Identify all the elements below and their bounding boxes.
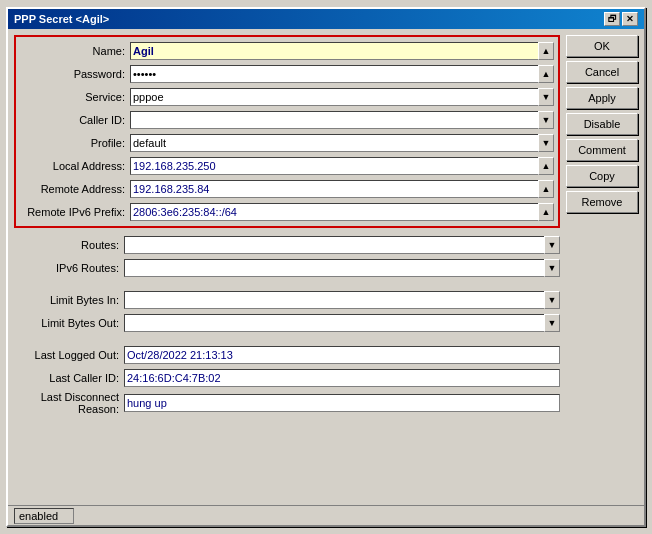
remote-address-input[interactable] [130, 180, 538, 198]
buttons-panel: OK Cancel Apply Disable Comment Copy Rem… [566, 35, 638, 499]
last-caller-id-input [124, 369, 560, 387]
caller-id-row: Caller ID: ▼ [20, 110, 554, 130]
last-logged-out-label: Last Logged Out: [14, 349, 124, 361]
status-label: enabled [19, 510, 58, 522]
profile-input-wrap: ▼ [130, 134, 554, 152]
profile-label: Profile: [20, 137, 130, 149]
status-text: enabled [14, 508, 74, 524]
red-box-section: Name: ▲ Password: ▲ Service: [14, 35, 560, 228]
cancel-button[interactable]: Cancel [566, 61, 638, 83]
name-label: Name: [20, 45, 130, 57]
password-label: Password: [20, 68, 130, 80]
profile-row: Profile: ▼ [20, 133, 554, 153]
last-caller-id-row: Last Caller ID: [14, 368, 560, 388]
profile-dropdown-btn[interactable]: ▼ [538, 134, 554, 152]
name-row: Name: ▲ [20, 41, 554, 61]
limit-bytes-out-input-wrap: ▼ [124, 314, 560, 332]
limit-bytes-in-input-wrap: ▼ [124, 291, 560, 309]
name-input-wrap: ▲ [130, 42, 554, 60]
name-input[interactable] [130, 42, 538, 60]
ipv6-routes-row: IPv6 Routes: ▼ [14, 258, 560, 278]
password-input[interactable] [130, 65, 538, 83]
local-address-label: Local Address: [20, 160, 130, 172]
disable-button[interactable]: Disable [566, 113, 638, 135]
local-address-row: Local Address: ▲ [20, 156, 554, 176]
restore-button[interactable]: 🗗 [604, 12, 620, 26]
remote-address-label: Remote Address: [20, 183, 130, 195]
caller-id-label: Caller ID: [20, 114, 130, 126]
remove-button[interactable]: Remove [566, 191, 638, 213]
remote-ipv6-prefix-scroll-btn[interactable]: ▲ [538, 203, 554, 221]
limit-bytes-out-dropdown-btn[interactable]: ▼ [544, 314, 560, 332]
status-bar: enabled [8, 505, 644, 525]
service-label: Service: [20, 91, 130, 103]
title-bar: PPP Secret <Agil> 🗗 ✕ [8, 9, 644, 29]
last-disconnect-reason-label: Last Disconnect Reason: [14, 391, 124, 415]
limit-bytes-in-row: Limit Bytes In: ▼ [14, 290, 560, 310]
password-scroll-btn[interactable]: ▲ [538, 65, 554, 83]
remote-address-scroll-btn[interactable]: ▲ [538, 180, 554, 198]
close-button[interactable]: ✕ [622, 12, 638, 26]
main-window: PPP Secret <Agil> 🗗 ✕ Name: ▲ P [6, 7, 646, 527]
ok-button[interactable]: OK [566, 35, 638, 57]
caller-id-input-wrap: ▼ [130, 111, 554, 129]
ipv6-routes-dropdown-btn[interactable]: ▼ [544, 259, 560, 277]
limit-bytes-in-dropdown-btn[interactable]: ▼ [544, 291, 560, 309]
profile-input[interactable] [130, 134, 538, 152]
service-input[interactable] [130, 88, 538, 106]
limit-bytes-out-input[interactable] [124, 314, 544, 332]
password-input-wrap: ▲ [130, 65, 554, 83]
caller-id-input[interactable] [130, 111, 538, 129]
comment-button[interactable]: Comment [566, 139, 638, 161]
ipv6-routes-label: IPv6 Routes: [14, 262, 124, 274]
content-area: Name: ▲ Password: ▲ Service: [8, 29, 644, 505]
last-disconnect-reason-row: Last Disconnect Reason: [14, 391, 560, 415]
password-row: Password: ▲ [20, 64, 554, 84]
name-scroll-btn[interactable]: ▲ [538, 42, 554, 60]
remote-ipv6-prefix-row: Remote IPv6 Prefix: ▲ [20, 202, 554, 222]
remote-address-row: Remote Address: ▲ [20, 179, 554, 199]
routes-row: Routes: ▼ [14, 235, 560, 255]
service-input-wrap: ▼ [130, 88, 554, 106]
caller-id-dropdown-btn[interactable]: ▼ [538, 111, 554, 129]
service-row: Service: ▼ [20, 87, 554, 107]
title-bar-controls: 🗗 ✕ [604, 12, 638, 26]
remote-address-input-wrap: ▲ [130, 180, 554, 198]
remote-ipv6-prefix-input[interactable] [130, 203, 538, 221]
copy-button[interactable]: Copy [566, 165, 638, 187]
local-address-input-wrap: ▲ [130, 157, 554, 175]
ipv6-routes-input[interactable] [124, 259, 544, 277]
remote-ipv6-prefix-input-wrap: ▲ [130, 203, 554, 221]
ipv6-routes-input-wrap: ▼ [124, 259, 560, 277]
window-title: PPP Secret <Agil> [14, 13, 109, 25]
routes-label: Routes: [14, 239, 124, 251]
remote-ipv6-prefix-label: Remote IPv6 Prefix: [20, 206, 130, 218]
outer-form: Routes: ▼ IPv6 Routes: ▼ [14, 231, 560, 415]
limit-bytes-out-row: Limit Bytes Out: ▼ [14, 313, 560, 333]
apply-button[interactable]: Apply [566, 87, 638, 109]
routes-input-wrap: ▼ [124, 236, 560, 254]
form-area: Name: ▲ Password: ▲ Service: [14, 35, 560, 499]
last-logged-out-row: Last Logged Out: [14, 345, 560, 365]
limit-bytes-in-input[interactable] [124, 291, 544, 309]
last-caller-id-label: Last Caller ID: [14, 372, 124, 384]
limit-bytes-in-label: Limit Bytes In: [14, 294, 124, 306]
service-dropdown-btn[interactable]: ▼ [538, 88, 554, 106]
limit-bytes-out-label: Limit Bytes Out: [14, 317, 124, 329]
last-disconnect-reason-input [124, 394, 560, 412]
local-address-input[interactable] [130, 157, 538, 175]
local-address-scroll-btn[interactable]: ▲ [538, 157, 554, 175]
last-logged-out-input [124, 346, 560, 364]
routes-input[interactable] [124, 236, 544, 254]
routes-dropdown-btn[interactable]: ▼ [544, 236, 560, 254]
